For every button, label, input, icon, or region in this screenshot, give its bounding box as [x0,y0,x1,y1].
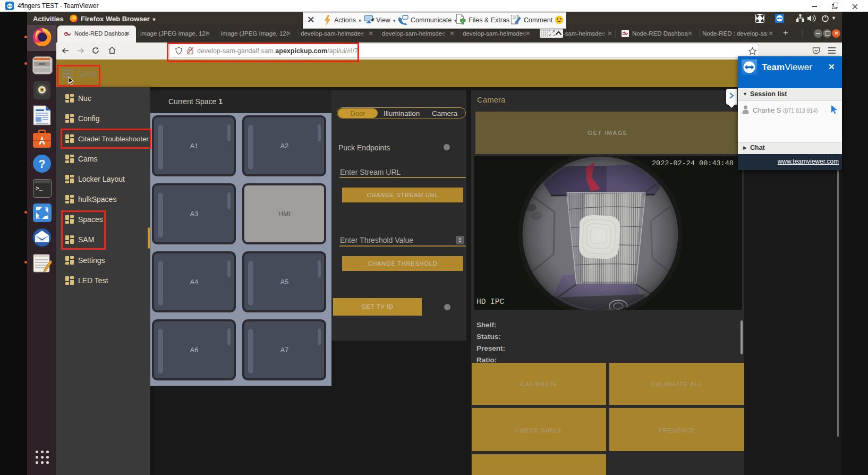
svg-text:>_: >_ [36,185,43,192]
svg-text:2022-02-24 00:43:48: 2022-02-24 00:43:48 [652,159,734,167]
svg-text:?: ? [38,157,45,171]
svg-text:HD IPC: HD IPC [476,298,505,306]
